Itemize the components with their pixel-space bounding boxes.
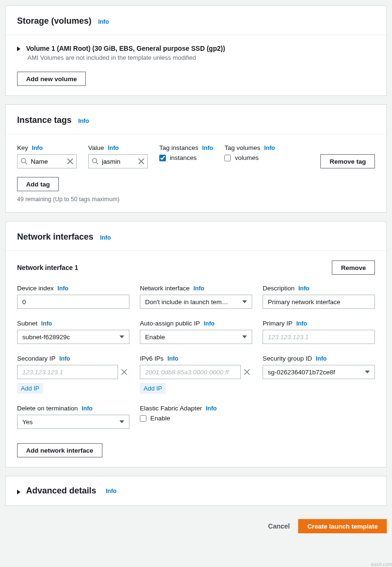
tag-instances-info[interactable]: Info (202, 145, 213, 151)
network-interface-label: Network interface (140, 285, 190, 292)
tag-instances-label: Tag instances (159, 144, 199, 151)
auto-ip-info[interactable]: Info (204, 320, 215, 327)
storage-info-link[interactable]: Info (98, 19, 109, 25)
sg-select[interactable]: sg-0262364071b72ce8f (263, 365, 375, 379)
key-input[interactable] (31, 158, 63, 165)
value-info[interactable]: Info (108, 145, 119, 151)
svg-line-1 (25, 162, 27, 164)
description-input[interactable] (263, 295, 375, 309)
caret-right-icon (17, 490, 20, 494)
ni-title: Network interfaces (17, 232, 93, 242)
add-ni-button[interactable]: Add network interface (17, 443, 102, 457)
advanced-title: Advanced details (26, 486, 96, 496)
svg-point-4 (92, 158, 97, 163)
cancel-button[interactable]: Cancel (268, 522, 290, 530)
add-secondary-ip-button[interactable]: Add IP (17, 383, 43, 394)
chevron-down-icon (242, 335, 247, 338)
secondary-ip-label: Secondary IP (17, 355, 55, 362)
add-ipv6-button[interactable]: Add IP (140, 383, 166, 394)
del-term-info[interactable]: Info (82, 405, 92, 412)
chevron-down-icon (119, 420, 124, 423)
instances-checkbox[interactable] (159, 155, 166, 161)
search-icon (91, 158, 99, 165)
efa-checkbox[interactable] (140, 415, 146, 422)
clear-key-icon[interactable] (66, 157, 74, 166)
volume-title: Volume 1 (AMI Root) (30 GiB, EBS, Genera… (26, 45, 225, 52)
efa-label: Elastic Fabric Adapter (140, 405, 202, 412)
tags-title: Instance tags (17, 115, 72, 125)
sg-label: Security group ID (263, 355, 312, 362)
advanced-panel[interactable]: Advanced details Info (5, 476, 387, 506)
key-label: Key (17, 144, 28, 151)
chevron-down-icon (365, 371, 370, 373)
footer: Cancel Create launch template (5, 514, 387, 533)
network-interface-info[interactable]: Info (193, 285, 204, 292)
svg-line-5 (96, 162, 98, 164)
instance-tags-panel: Instance tags Info KeyInfo ValueInfo (5, 104, 387, 213)
instances-checkbox-row[interactable]: instances (159, 154, 213, 161)
efa-info[interactable]: Info (206, 405, 217, 412)
description-info[interactable]: Info (299, 285, 310, 292)
network-interfaces-panel: Network interfaces Info Network interfac… (5, 221, 387, 467)
efa-checkbox-label: Enable (150, 415, 170, 422)
ni-subhead: Network interface 1 (17, 264, 78, 271)
sg-info[interactable]: Info (316, 355, 327, 362)
secondary-ip-input[interactable] (17, 365, 118, 379)
device-index-input[interactable] (17, 295, 129, 309)
volumes-checkbox-row[interactable]: volumes (224, 154, 275, 161)
primary-ip-input[interactable] (263, 330, 375, 344)
tags-info-link[interactable]: Info (78, 118, 89, 124)
clear-ipv6-icon[interactable] (243, 368, 251, 376)
value-input[interactable] (102, 158, 134, 165)
del-term-select[interactable]: Yes (17, 415, 129, 429)
key-input-wrap[interactable] (17, 154, 77, 168)
add-tag-button[interactable]: Add tag (17, 177, 59, 191)
storage-title: Storage (volumes) (17, 16, 91, 26)
tag-volumes-info[interactable]: Info (264, 145, 275, 151)
chevron-down-icon (242, 300, 247, 303)
instances-checkbox-label: instances (170, 154, 197, 161)
primary-ip-label: Primary IP (263, 320, 292, 327)
remove-ni-button[interactable]: Remove (332, 260, 375, 275)
value-label: Value (88, 144, 104, 151)
secondary-ip-info[interactable]: Info (59, 355, 70, 362)
advanced-info[interactable]: Info (106, 488, 117, 494)
ipv6-label: IPv6 IPs (140, 355, 164, 362)
ni-info-link[interactable]: Info (100, 234, 111, 241)
network-interface-select[interactable]: Don't include in launch tem… (140, 295, 252, 309)
subnet-info[interactable]: Info (41, 320, 52, 327)
storage-panel: Storage (volumes) Info Volume 1 (AMI Roo… (5, 5, 387, 96)
device-index-label: Device index (17, 285, 54, 292)
description-label: Description (263, 285, 295, 292)
ipv6-input[interactable] (140, 365, 241, 379)
volumes-checkbox-label: volumes (235, 154, 258, 161)
chevron-down-icon (119, 335, 124, 338)
create-launch-template-button[interactable]: Create launch template (298, 519, 387, 533)
device-index-info[interactable]: Info (57, 285, 68, 292)
ipv6-info[interactable]: Info (167, 355, 178, 362)
del-term-label: Delete on termination (17, 405, 78, 412)
primary-ip-info[interactable]: Info (296, 320, 307, 327)
volume-subtitle: AMI Volumes are not included in the temp… (27, 54, 375, 61)
subnet-label: Subnet (17, 320, 37, 327)
clear-value-icon[interactable] (137, 157, 146, 166)
remove-tag-button[interactable]: Remove tag (320, 154, 375, 168)
auto-ip-select[interactable]: Enable (140, 330, 252, 344)
volume-row[interactable]: Volume 1 (AMI Root) (30 GiB, EBS, Genera… (17, 45, 375, 52)
key-info[interactable]: Info (32, 145, 43, 151)
tag-volumes-label: Tag volumes (224, 144, 260, 151)
efa-checkbox-row[interactable]: Enable (140, 415, 170, 422)
volumes-checkbox[interactable] (224, 155, 231, 161)
subnet-select[interactable]: subnet-f628929c (17, 330, 129, 344)
auto-ip-label: Auto-assign public IP (140, 320, 200, 327)
tags-remaining: 49 remaining (Up to 50 tags maximum) (17, 196, 375, 203)
caret-right-icon (17, 46, 20, 51)
value-input-wrap[interactable] (88, 154, 148, 168)
search-icon (20, 158, 28, 165)
add-volume-button[interactable]: Add new volume (17, 72, 86, 86)
svg-point-0 (21, 158, 26, 163)
clear-secondary-ip-icon[interactable] (120, 368, 128, 376)
